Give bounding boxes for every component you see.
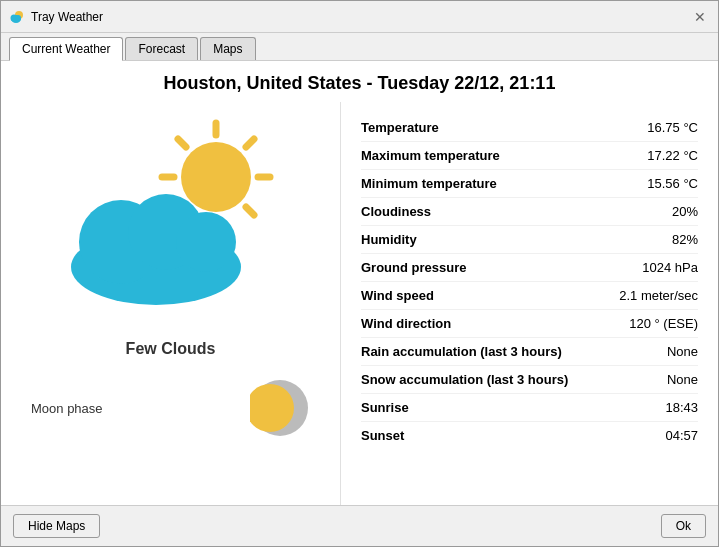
data-row-sunset: Sunset 04:57 — [361, 422, 698, 449]
svg-line-8 — [178, 139, 186, 147]
label-min-temp: Minimum temperature — [361, 176, 497, 191]
svg-line-11 — [246, 207, 254, 215]
weather-condition: Few Clouds — [126, 340, 216, 358]
label-sunrise: Sunrise — [361, 400, 409, 415]
svg-line-9 — [246, 139, 254, 147]
value-humidity: 82% — [672, 232, 698, 247]
data-row-min-temp: Minimum temperature 15.56 °C — [361, 170, 698, 198]
window-title: Tray Weather — [31, 10, 103, 24]
value-wind-direction: 120 ° (ESE) — [629, 316, 698, 331]
value-ground-pressure: 1024 hPa — [642, 260, 698, 275]
label-wind-direction: Wind direction — [361, 316, 451, 331]
label-humidity: Humidity — [361, 232, 417, 247]
value-sunset: 04:57 — [665, 428, 698, 443]
data-row-rain: Rain accumulation (last 3 hours) None — [361, 338, 698, 366]
close-button[interactable]: ✕ — [690, 7, 710, 27]
data-row-wind-direction: Wind direction 120 ° (ESE) — [361, 310, 698, 338]
footer: Hide Maps Ok — [1, 505, 718, 546]
data-row-ground-pressure: Ground pressure 1024 hPa — [361, 254, 698, 282]
data-row-sunrise: Sunrise 18:43 — [361, 394, 698, 422]
label-sunset: Sunset — [361, 428, 404, 443]
label-rain: Rain accumulation (last 3 hours) — [361, 344, 562, 359]
weather-icon-area — [61, 112, 281, 332]
value-rain: None — [667, 344, 698, 359]
label-snow: Snow accumulation (last 3 hours) — [361, 372, 568, 387]
hide-maps-button[interactable]: Hide Maps — [13, 514, 100, 538]
label-max-temp: Maximum temperature — [361, 148, 500, 163]
svg-point-3 — [15, 15, 21, 21]
label-cloudiness: Cloudiness — [361, 204, 431, 219]
title-bar-left: Tray Weather — [9, 9, 103, 25]
data-row-wind-speed: Wind speed 2.1 meter/sec — [361, 282, 698, 310]
label-ground-pressure: Ground pressure — [361, 260, 466, 275]
main-area: Few Clouds Moon phase Temperature 16.75 … — [1, 102, 718, 505]
tab-bar: Current Weather Forecast Maps — [1, 33, 718, 61]
label-temperature: Temperature — [361, 120, 439, 135]
title-bar: Tray Weather ✕ — [1, 1, 718, 33]
value-cloudiness: 20% — [672, 204, 698, 219]
tab-current-weather[interactable]: Current Weather — [9, 37, 123, 61]
moon-area: Moon phase — [11, 368, 330, 448]
value-sunrise: 18:43 — [665, 400, 698, 415]
ok-button[interactable]: Ok — [661, 514, 706, 538]
data-row-max-temp: Maximum temperature 17.22 °C — [361, 142, 698, 170]
moon-phase-label: Moon phase — [31, 401, 250, 416]
app-icon — [9, 9, 25, 25]
svg-point-16 — [176, 212, 236, 272]
data-row-cloudiness: Cloudiness 20% — [361, 198, 698, 226]
moon-icon — [250, 378, 310, 438]
tab-maps[interactable]: Maps — [200, 37, 255, 60]
value-temperature: 16.75 °C — [647, 120, 698, 135]
location-title: Houston, United States - Tuesday 22/12, … — [1, 61, 718, 102]
sun-icon — [61, 112, 281, 312]
data-row-temperature: Temperature 16.75 °C — [361, 114, 698, 142]
label-wind-speed: Wind speed — [361, 288, 434, 303]
tab-forecast[interactable]: Forecast — [125, 37, 198, 60]
weather-visual-panel: Few Clouds Moon phase — [1, 102, 341, 505]
weather-data-panel: Temperature 16.75 °C Maximum temperature… — [341, 102, 718, 505]
main-window: Tray Weather ✕ Current Weather Forecast … — [0, 0, 719, 547]
value-wind-speed: 2.1 meter/sec — [619, 288, 698, 303]
content-area: Houston, United States - Tuesday 22/12, … — [1, 61, 718, 505]
data-row-snow: Snow accumulation (last 3 hours) None — [361, 366, 698, 394]
data-row-humidity: Humidity 82% — [361, 226, 698, 254]
value-max-temp: 17.22 °C — [647, 148, 698, 163]
value-min-temp: 15.56 °C — [647, 176, 698, 191]
svg-point-12 — [181, 142, 251, 212]
value-snow: None — [667, 372, 698, 387]
